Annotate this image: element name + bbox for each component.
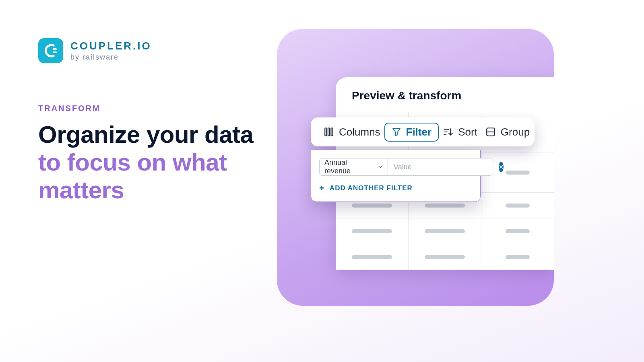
table-row bbox=[336, 244, 554, 270]
table-cell bbox=[481, 218, 554, 244]
table-cell bbox=[481, 244, 554, 269]
add-filter-label: ADD ANOTHER FILTER bbox=[330, 184, 413, 192]
group-icon bbox=[485, 127, 496, 137]
coupler-icon bbox=[44, 44, 58, 58]
eyebrow-label: TRANSFORM bbox=[38, 104, 101, 113]
illustration-stage: Preview & transform bbox=[277, 29, 554, 306]
table-cell bbox=[409, 244, 481, 269]
transform-toolbar: Columns Filter Sort Group bbox=[311, 117, 535, 146]
close-icon bbox=[499, 165, 504, 169]
svg-rect-4 bbox=[331, 128, 332, 136]
preview-card-title: Preview & transform bbox=[336, 77, 554, 112]
plus-icon: + bbox=[319, 183, 325, 193]
svg-rect-0 bbox=[53, 48, 57, 50]
filter-field-select[interactable]: Annual revenue bbox=[319, 158, 388, 176]
group-label: Group bbox=[501, 126, 530, 138]
brand-logo-mark bbox=[38, 38, 63, 63]
brand-logo: COUPLER.IO by railsware bbox=[38, 38, 152, 63]
headline-line-2: to focus on what matters bbox=[38, 149, 227, 204]
table-cell bbox=[336, 218, 409, 244]
clear-filter-button[interactable] bbox=[499, 162, 504, 172]
headline-line-1: Organize your data bbox=[38, 121, 253, 148]
filter-row: Annual revenue bbox=[319, 158, 472, 176]
brand-title: COUPLER.IO bbox=[70, 41, 152, 51]
svg-rect-3 bbox=[328, 128, 330, 136]
sort-label: Sort bbox=[458, 126, 477, 138]
filter-icon bbox=[392, 127, 401, 137]
table-cell bbox=[336, 244, 409, 269]
columns-icon bbox=[324, 127, 334, 137]
filter-field-value: Annual revenue bbox=[324, 158, 374, 175]
sort-icon bbox=[443, 127, 453, 137]
filter-value-input[interactable] bbox=[388, 158, 493, 176]
table-cell bbox=[409, 218, 481, 244]
headline: Organize your data to focus on what matt… bbox=[38, 121, 264, 204]
svg-rect-2 bbox=[325, 128, 326, 136]
filter-button[interactable]: Filter bbox=[384, 123, 439, 142]
chevron-down-icon bbox=[378, 164, 383, 170]
columns-button[interactable]: Columns bbox=[320, 123, 384, 142]
add-filter-button[interactable]: + ADD ANOTHER FILTER bbox=[319, 183, 472, 193]
filter-label: Filter bbox=[406, 126, 432, 138]
brand-subtitle: by railsware bbox=[70, 53, 152, 61]
sort-button[interactable]: Sort bbox=[439, 123, 481, 142]
columns-label: Columns bbox=[339, 126, 380, 138]
svg-rect-1 bbox=[53, 51, 57, 53]
group-button[interactable]: Group bbox=[481, 123, 534, 142]
table-row bbox=[336, 218, 554, 244]
filter-panel: Annual revenue + ADD ANOTHER FILTER bbox=[311, 150, 481, 202]
table-cell bbox=[481, 193, 554, 218]
